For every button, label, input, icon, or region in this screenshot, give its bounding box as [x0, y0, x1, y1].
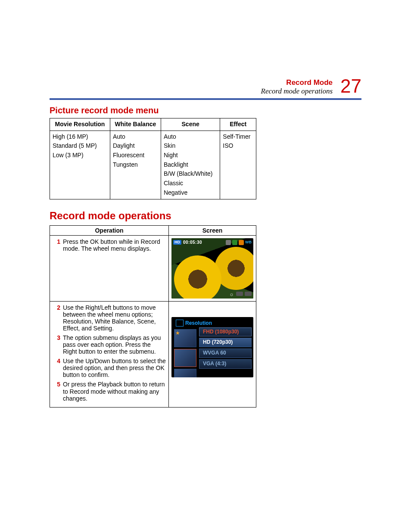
- timecode-text: 00:05:30: [183, 240, 202, 245]
- operation-cell: 1 Press the OK button while in Record mo…: [50, 235, 169, 301]
- page-number: 27: [340, 77, 361, 96]
- step-text: Use the Right/Left buttons to move betwe…: [63, 304, 166, 332]
- resolution-option: FHD (1080p30): [199, 327, 252, 337]
- step-number: 5: [53, 381, 63, 401]
- col-header: Operation: [50, 225, 169, 235]
- sd-card-icon: [236, 292, 243, 296]
- resolution-option: WVGA 60: [199, 348, 252, 358]
- step-row: 1 Press the OK button while in Record mo…: [53, 238, 166, 252]
- step-number: 1: [53, 238, 63, 252]
- menu-cell: Auto Skin Night Backlight B/W (Black/Whi…: [161, 131, 220, 199]
- osd-icon: [226, 240, 231, 245]
- resolution-menu-screen: Resolution ★ FHD (1080p30) HD (720p30) W…: [171, 317, 253, 377]
- hd-badge-icon: HD: [173, 240, 181, 244]
- step-text: Or press the Playback button to return t…: [63, 381, 166, 401]
- menu-cell: Self-Timer ISO: [220, 131, 256, 199]
- star-icon: ★: [175, 330, 180, 336]
- operation-cell: 2 Use the Right/Left buttons to move bet…: [50, 301, 169, 407]
- step-text: The option submenu displays as you pass …: [63, 334, 166, 355]
- camera-preview-screen: HD 00:05:30 WB ☼: [171, 238, 253, 299]
- menu-cell: High (16 MP) Standard (5 MP) Low (3 MP): [50, 131, 110, 199]
- step-text: Press the OK button while in Record mode…: [63, 238, 166, 252]
- page-header: Record Mode Record mode operations 27: [50, 77, 361, 100]
- osd-icon: [232, 240, 237, 245]
- folder-icon: [176, 320, 184, 327]
- step-number: 4: [53, 358, 63, 378]
- header-rule: [50, 98, 361, 100]
- step-text: Use the Up/Down buttons to select the de…: [63, 358, 166, 378]
- menu-cell: Auto Daylight Fluorescent Tungsten: [110, 131, 161, 199]
- thumb-icon: ★: [174, 329, 196, 347]
- resolution-option: HD (720p30): [199, 338, 252, 347]
- brightness-icon: ☼: [229, 292, 234, 297]
- step-row: 4 Use the Up/Down buttons to select the …: [53, 358, 166, 378]
- col-header: Screen: [169, 225, 256, 235]
- operations-heading: Record mode operations: [50, 210, 361, 222]
- wb-icon: WB: [245, 240, 252, 244]
- screen-cell: HD 00:05:30 WB ☼: [169, 235, 256, 301]
- resolution-title: Resolution: [185, 320, 212, 327]
- col-header: Movie Resolution: [50, 118, 110, 131]
- chapter-title: Record Mode: [261, 79, 333, 87]
- resolution-option: VGA (4:3): [199, 359, 252, 369]
- step-number: 3: [53, 334, 63, 355]
- picture-menu-heading: Picture record mode menu: [50, 106, 361, 115]
- col-header: Scene: [161, 118, 220, 131]
- battery-icon: [245, 292, 252, 296]
- step-row: 5 Or press the Playback button to return…: [53, 381, 166, 401]
- thumb-icon: [174, 369, 196, 377]
- section-subtitle: Record mode operations: [261, 87, 333, 96]
- step-row: 3 The option submenu displays as you pas…: [53, 334, 166, 355]
- macro-icon: [239, 240, 244, 245]
- step-number: 2: [53, 304, 63, 332]
- col-header: White Balance: [110, 118, 161, 131]
- screen-cell: Resolution ★ FHD (1080p30) HD (720p30) W…: [169, 301, 256, 407]
- picture-menu-table: Movie Resolution White Balance Scene Eff…: [50, 118, 256, 199]
- operations-table: Operation Screen 1 Press the OK button w…: [50, 225, 256, 408]
- thumb-icon: [174, 349, 196, 367]
- step-row: 2 Use the Right/Left buttons to move bet…: [53, 304, 166, 332]
- col-header: Effect: [220, 118, 256, 131]
